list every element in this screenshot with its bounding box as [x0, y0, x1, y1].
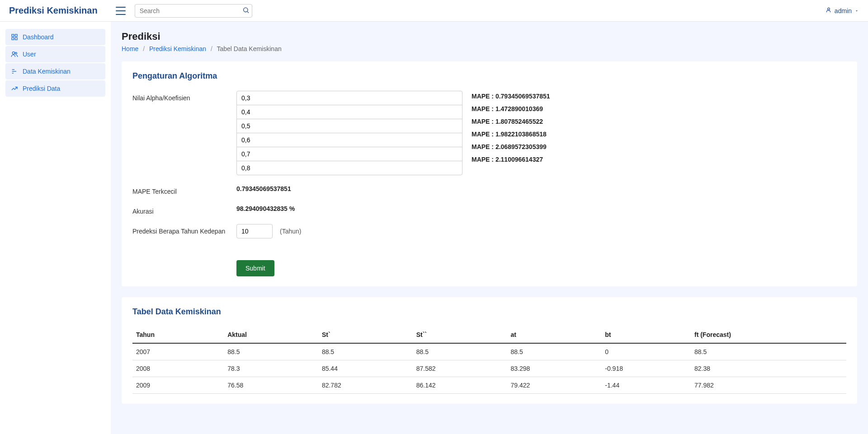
alpha-input-1[interactable]: [236, 105, 462, 119]
table-cell: 76.58: [224, 377, 318, 394]
table-cell: 83.298: [507, 360, 601, 377]
mape-min-label: MAPE Terkcecil: [132, 184, 227, 195]
mape-item: MAPE : 1.472890010369: [472, 105, 846, 112]
table-cell: 0: [601, 343, 691, 360]
table-row: 200878.385.4487.58283.298-0.91882.38: [132, 360, 846, 377]
user-menu[interactable]: admin: [826, 7, 859, 14]
table-header: St`: [318, 327, 413, 343]
svg-rect-3: [12, 34, 14, 37]
settings-card-title: Pengaturan Algoritma: [132, 71, 846, 81]
accuracy-value: 98.294090432835 %: [236, 204, 846, 212]
table-cell: 78.3: [224, 360, 318, 377]
table-cell: 88.5: [318, 343, 413, 360]
table-cell: 88.5: [224, 343, 318, 360]
alpha-input-3[interactable]: [236, 133, 462, 147]
table-card-title: Tabel Data Kemiskinan: [132, 307, 846, 317]
settings-card: Pengaturan Algoritma Nilai Alpha/Koefisi…: [122, 61, 857, 286]
table-cell: 82.38: [691, 360, 846, 377]
years-unit: (Tahun): [280, 228, 301, 235]
alpha-inputs: [236, 91, 462, 175]
mape-item: MAPE : 1.9822103868518: [472, 131, 846, 138]
alpha-label: Nilai Alpha/Koefisien: [132, 91, 227, 175]
alpha-input-4[interactable]: [236, 147, 462, 161]
sidebar-item-label: User: [23, 51, 36, 58]
table-header-row: Tahun Aktual St` St`` at bt ft (Forecast…: [132, 327, 846, 343]
sidebar-item-label: Prediksi Data: [23, 85, 60, 92]
user-icon: [826, 7, 832, 14]
bars-icon: [11, 68, 18, 75]
table-card: Tabel Data Kemiskinan Tahun Aktual St` S…: [122, 297, 857, 404]
table-cell: -1.44: [601, 377, 691, 394]
table-row: 200976.5882.78286.14279.422-1.4477.982: [132, 377, 846, 394]
user-label: admin: [835, 7, 852, 14]
table-cell: 85.44: [318, 360, 413, 377]
sidebar-item-label: Data Kemiskinan: [23, 68, 71, 75]
menu-toggle-button[interactable]: [116, 7, 126, 15]
svg-rect-6: [15, 37, 17, 40]
table-header: bt: [601, 327, 691, 343]
table-header: Aktual: [224, 327, 318, 343]
mape-item: MAPE : 2.0689572305399: [472, 143, 846, 150]
page-title: Prediksi: [122, 31, 857, 42]
table-cell: 77.982: [691, 377, 846, 394]
table-cell: 88.5: [691, 343, 846, 360]
table-header: Tahun: [132, 327, 224, 343]
table-cell: 88.5: [507, 343, 601, 360]
mape-list: MAPE : 0.79345069537851 MAPE : 1.4728900…: [472, 91, 846, 175]
breadcrumb-sep: /: [143, 45, 145, 52]
svg-point-7: [12, 52, 14, 54]
main-content: Prediksi Home / Prediksi Kemiskinan / Ta…: [111, 22, 868, 434]
breadcrumb-current: Tabel Data Kemiskinan: [217, 45, 282, 52]
table-row: 200788.588.588.588.5088.5: [132, 343, 846, 360]
header: Prediksi Kemiskinan admin: [0, 0, 868, 22]
sidebar-item-user[interactable]: User: [5, 46, 105, 62]
years-label: Predeksi Berapa Tahun Kedepan: [132, 224, 227, 235]
svg-rect-5: [12, 37, 14, 40]
search-icon[interactable]: [242, 6, 250, 15]
table-cell: 82.782: [318, 377, 413, 394]
table-cell: 87.582: [413, 360, 507, 377]
mape-item: MAPE : 0.79345069537851: [472, 93, 846, 100]
table-cell: 2007: [132, 343, 224, 360]
chevron-down-icon: [854, 7, 859, 14]
table-cell: 79.422: [507, 377, 601, 394]
alpha-input-0[interactable]: [236, 91, 462, 105]
table-cell: 2009: [132, 377, 224, 394]
accuracy-label: Akurasi: [132, 204, 227, 215]
table-cell: 2008: [132, 360, 224, 377]
data-table: Tahun Aktual St` St`` at bt ft (Forecast…: [132, 327, 846, 394]
breadcrumb: Home / Prediksi Kemiskinan / Tabel Data …: [122, 45, 857, 52]
table-header: ft (Forecast): [691, 327, 846, 343]
mape-min-value: 0.79345069537851: [236, 184, 846, 192]
mape-item: MAPE : 1.807852465522: [472, 118, 846, 125]
search-input[interactable]: [135, 4, 252, 18]
svg-point-0: [243, 8, 247, 12]
table-header: St``: [413, 327, 507, 343]
sidebar-item-prediksi-data[interactable]: Prediksi Data: [5, 80, 105, 97]
sidebar-item-dashboard[interactable]: Dashboard: [5, 29, 105, 45]
breadcrumb-sep: /: [211, 45, 212, 52]
alpha-input-2[interactable]: [236, 119, 462, 133]
breadcrumb-home[interactable]: Home: [122, 45, 138, 52]
grid-icon: [11, 33, 18, 41]
table-cell: 86.142: [413, 377, 507, 394]
search-wrapper: [135, 4, 252, 18]
svg-point-2: [828, 8, 830, 10]
mape-item: MAPE : 2.110096614327: [472, 156, 846, 163]
table-header: at: [507, 327, 601, 343]
alpha-input-5[interactable]: [236, 161, 462, 175]
sidebar: Dashboard User Data Kemiskinan Prediksi …: [0, 22, 111, 434]
table-cell: -0.918: [601, 360, 691, 377]
breadcrumb-mid[interactable]: Prediksi Kemiskinan: [149, 45, 206, 52]
submit-button[interactable]: Submit: [236, 260, 274, 276]
svg-line-1: [247, 11, 249, 13]
sidebar-item-data-kemiskinan[interactable]: Data Kemiskinan: [5, 63, 105, 79]
years-input[interactable]: [236, 224, 273, 238]
brand-title: Prediksi Kemiskinan: [9, 5, 98, 16]
users-icon: [11, 51, 18, 58]
trend-icon: [11, 85, 18, 92]
svg-point-8: [15, 52, 17, 54]
sidebar-item-label: Dashboard: [23, 33, 54, 41]
svg-rect-4: [15, 34, 17, 37]
table-cell: 88.5: [413, 343, 507, 360]
